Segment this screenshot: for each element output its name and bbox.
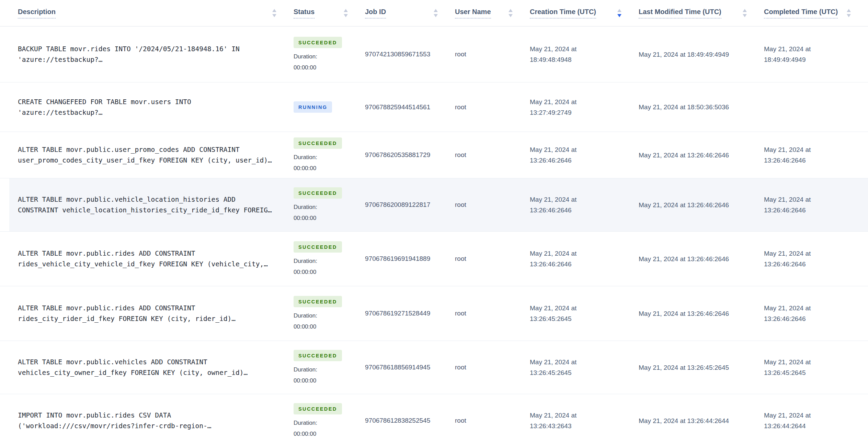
status-badge: SUCCEEDED — [294, 37, 342, 48]
last-modified-time-value: May 21, 2024 at 18:50:36:5036 — [639, 102, 754, 112]
job-description-link[interactable]: CREATE CHANGEFEED FOR TABLE movr.users I… — [0, 97, 294, 118]
jobs-table-header-row: Description Status Job ID User Name Crea… — [0, 0, 868, 26]
sort-arrows-icon[interactable] — [343, 8, 349, 18]
sort-arrows-icon[interactable] — [508, 8, 513, 18]
job-description-link[interactable]: ALTER TABLE movr.public.vehicles ADD CON… — [0, 357, 294, 378]
duration-label: Duration: — [294, 419, 365, 427]
status-badge: SUCCEEDED — [294, 403, 342, 414]
sort-arrows-icon[interactable] — [617, 8, 622, 18]
last-modified-time-value: May 21, 2024 at 13:26:46:2646 — [639, 200, 754, 210]
completed-time-cell: May 21, 2024 at 13:26:46:2646 — [764, 194, 868, 215]
last-modified-time-value: May 21, 2024 at 18:49:49:4949 — [639, 49, 754, 60]
user-name-value: root — [455, 417, 466, 424]
last-modified-time-cell: May 21, 2024 at 18:50:36:5036 — [639, 102, 764, 112]
last-modified-time-cell: May 21, 2024 at 18:49:49:4949 — [639, 49, 764, 60]
column-header-label: Status — [294, 8, 315, 19]
creation-time-cell: May 21, 2024 at 13:26:45:2645 — [530, 357, 639, 378]
duration-value: 00:00:00 — [294, 164, 365, 173]
user-name-value: root — [455, 151, 466, 158]
column-header[interactable]: Completed Time (UTC) — [764, 8, 868, 19]
completed-time-cell: May 21, 2024 at 13:26:46:2646 — [764, 144, 868, 166]
status-badge: SUCCEEDED — [294, 137, 342, 149]
duration-value: 00:00:00 — [294, 376, 365, 385]
table-row: ALTER TABLE movr.public.vehicles ADD CON… — [0, 341, 868, 394]
column-header[interactable]: Last Modified Time (UTC) — [639, 8, 764, 19]
creation-time-cell: May 21, 2024 at 13:26:43:2643 — [530, 410, 639, 431]
column-header-label: User Name — [455, 8, 491, 19]
column-header[interactable]: Description — [0, 8, 294, 19]
job-id-cell: 970678612838252545 — [365, 417, 455, 424]
job-description-link[interactable]: ALTER TABLE movr.public.rides ADD CONSTR… — [0, 248, 294, 269]
last-modified-time-value: May 21, 2024 at 13:26:46:2646 — [639, 254, 754, 264]
user-name-cell: root — [455, 310, 530, 317]
duration-value: 00:00:00 — [294, 430, 365, 438]
creation-time-value: May 21, 2024 at 13:27:49:2749 — [530, 97, 639, 118]
completed-time-value: May 21, 2024 at 13:26:46:2646 — [764, 144, 868, 166]
job-id-value: 970678825944514561 — [365, 103, 430, 111]
column-header[interactable]: Job ID — [365, 8, 455, 19]
creation-time-value: May 21, 2024 at 18:49:48:4948 — [530, 44, 639, 65]
job-description-link[interactable]: BACKUP TABLE movr.rides INTO '/2024/05/2… — [0, 44, 294, 65]
user-name-cell: root — [455, 201, 530, 209]
job-description-link[interactable]: ALTER TABLE movr.public.user_promo_codes… — [0, 144, 294, 166]
last-modified-time-cell: May 21, 2024 at 13:26:46:2646 — [639, 254, 764, 264]
creation-time-cell: May 21, 2024 at 13:26:46:2646 — [530, 248, 639, 269]
job-description-link[interactable]: ALTER TABLE movr.public.rides ADD CONSTR… — [0, 303, 294, 324]
sort-arrows-icon[interactable] — [433, 8, 438, 18]
job-description-text: IMPORT INTO movr.public.rides CSV DATA (… — [18, 410, 274, 431]
table-row: IMPORT INTO movr.public.rides CSV DATA (… — [0, 394, 868, 444]
last-modified-time-cell: May 21, 2024 at 13:26:46:2646 — [639, 150, 764, 160]
job-description-link[interactable]: IMPORT INTO movr.public.rides CSV DATA (… — [0, 410, 294, 431]
table-row: ALTER TABLE movr.public.user_promo_codes… — [0, 132, 868, 178]
completed-time-cell: May 21, 2024 at 13:26:46:2646 — [764, 248, 868, 269]
completed-time-value: May 21, 2024 at 13:26:44:2644 — [764, 410, 868, 431]
column-header-label: Last Modified Time (UTC) — [639, 8, 721, 19]
sort-arrows-icon[interactable] — [742, 8, 747, 18]
duration-block: Duration: 00:00:00 — [294, 419, 365, 438]
completed-time-cell: May 21, 2024 at 13:26:45:2645 — [764, 357, 868, 378]
table-row: ALTER TABLE movr.public.rides ADD CONSTR… — [0, 232, 868, 286]
status-cell: SUCCEEDED Duration: 00:00:00 — [294, 350, 365, 385]
status-cell: RUNNING Duration: — [294, 101, 365, 113]
status-cell: SUCCEEDED Duration: 00:00:00 — [294, 241, 365, 276]
job-id-value: 970742130859671553 — [365, 51, 430, 58]
creation-time-value: May 21, 2024 at 13:26:46:2646 — [530, 194, 639, 215]
column-header-label: Creation Time (UTC) — [530, 8, 596, 19]
last-modified-time-cell: May 21, 2024 at 13:26:45:2645 — [639, 362, 764, 373]
user-name-value: root — [455, 51, 466, 58]
job-description-text: ALTER TABLE movr.public.rides ADD CONSTR… — [18, 303, 274, 324]
status-badge: RUNNING — [294, 101, 332, 113]
user-name-cell: root — [455, 417, 530, 424]
job-id-cell: 970678620535881729 — [365, 151, 455, 159]
job-id-cell: 970678620089122817 — [365, 201, 455, 209]
creation-time-value: May 21, 2024 at 13:26:43:2643 — [530, 410, 639, 431]
duration-value: 00:00:00 — [294, 268, 365, 276]
status-badge: SUCCEEDED — [294, 241, 342, 253]
column-header-label: Job ID — [365, 8, 386, 19]
creation-time-value: May 21, 2024 at 13:26:46:2646 — [530, 144, 639, 166]
completed-time-value: May 21, 2024 at 13:26:46:2646 — [764, 248, 868, 269]
creation-time-cell: May 21, 2024 at 13:26:45:2645 — [530, 303, 639, 324]
user-name-cell: root — [455, 364, 530, 371]
duration-label: Duration: — [294, 311, 365, 320]
column-header[interactable]: User Name — [455, 8, 530, 19]
duration-block: Duration: 00:00:00 — [294, 365, 365, 385]
job-id-value: 970678618856914945 — [365, 364, 430, 371]
sort-arrows-icon[interactable] — [272, 8, 277, 18]
last-modified-time-value: May 21, 2024 at 13:26:45:2645 — [639, 362, 754, 373]
job-description-link[interactable]: ALTER TABLE movr.public.vehicle_location… — [0, 194, 294, 215]
sort-arrows-icon[interactable] — [846, 8, 852, 18]
column-header[interactable]: Status — [294, 8, 365, 19]
last-modified-time-value: May 21, 2024 at 13:26:46:2646 — [639, 150, 754, 160]
table-row: CREATE CHANGEFEED FOR TABLE movr.users I… — [0, 82, 868, 132]
status-cell: SUCCEEDED Duration: 00:00:00 — [294, 137, 365, 173]
user-name-value: root — [455, 310, 466, 317]
status-cell: SUCCEEDED Duration: 00:00:00 — [294, 187, 365, 222]
completed-time-cell: May 21, 2024 at 13:26:46:2646 — [764, 303, 868, 324]
last-modified-time-cell: May 21, 2024 at 13:26:44:2644 — [639, 415, 764, 426]
user-name-cell: root — [455, 255, 530, 263]
completed-time-value: May 21, 2024 at 13:26:46:2646 — [764, 194, 868, 215]
duration-label: Duration: — [294, 203, 365, 211]
job-id-value: 970678620535881729 — [365, 151, 430, 158]
column-header[interactable]: Creation Time (UTC) — [530, 8, 639, 19]
